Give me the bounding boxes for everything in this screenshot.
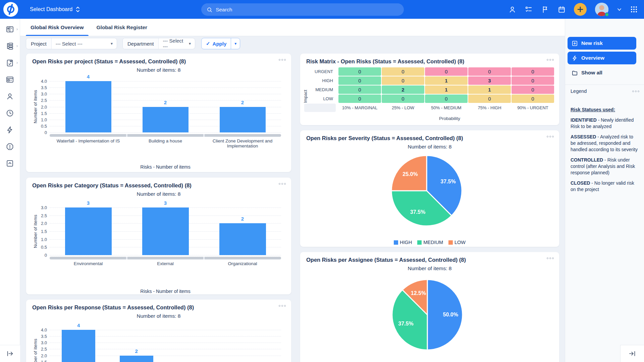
matrix-row-label: MEDIUM	[304, 85, 338, 94]
show-all-button[interactable]: Show all	[568, 66, 636, 79]
online-status-dot	[605, 12, 609, 17]
bar	[142, 207, 189, 255]
apply-options-button[interactable]: ▾	[231, 38, 240, 49]
new-risk-label: New risk	[581, 40, 603, 46]
legend-swatch	[448, 240, 453, 245]
collapse-right-sidebar-button[interactable]	[620, 345, 644, 362]
new-risk-button[interactable]: New risk	[568, 37, 636, 50]
sidebar-item-risks[interactable]	[0, 138, 20, 155]
matrix-row-label: URGENT	[304, 67, 338, 76]
matrix-cell: 0	[425, 67, 468, 76]
pie-chart: 50.0%37.5%12.5%	[389, 276, 466, 353]
arrow-right-icon	[6, 350, 14, 357]
tick-label: 2.0	[41, 105, 47, 110]
panel-menu-button[interactable]	[547, 136, 554, 137]
flag-icon[interactable]	[541, 5, 549, 13]
project-filter-select[interactable]: --- Select ---▾	[52, 41, 117, 47]
department-filter-select[interactable]: --- Select ---▾	[159, 38, 195, 49]
apps-grid-icon[interactable]	[630, 5, 638, 13]
user-icon[interactable]	[508, 5, 516, 13]
caret-down-icon[interactable]	[617, 5, 622, 13]
bar-value-label: 2	[164, 100, 167, 105]
category-labels: EnvironmentalExternalOrganizational	[50, 261, 281, 266]
clock-icon	[6, 109, 14, 117]
matrix-cell: 0	[512, 67, 554, 76]
tick-label: 2.5	[41, 213, 47, 218]
x-scrollbar[interactable]	[50, 257, 281, 259]
slice-label: 25.0%	[402, 171, 418, 177]
overview-label: Overview	[581, 55, 604, 61]
department-filter-label: Department	[123, 38, 159, 49]
plus-icon	[577, 6, 584, 13]
check-icon: ✓	[206, 41, 210, 47]
sidebar-item-time[interactable]	[0, 105, 20, 121]
overview-button[interactable]: Overview	[568, 52, 636, 64]
panel-menu-button[interactable]	[547, 59, 554, 61]
calendar-icon[interactable]	[557, 5, 566, 13]
tab-global-risk-overview[interactable]: Global Risk Overview	[26, 19, 89, 36]
panel-title: Open Risks per Category (Status = Assess…	[32, 182, 276, 189]
legend-item[interactable]: MEDIUM	[417, 240, 443, 245]
panel-menu-button[interactable]	[547, 257, 554, 259]
matrix-cell: 0	[338, 76, 381, 85]
sidebar-item-quick-actions[interactable]	[0, 121, 20, 138]
main-content: Global Risk Overview Global Risk Registe…	[20, 19, 565, 362]
tab-global-risk-register[interactable]: Global Risk Register	[92, 19, 152, 36]
sidebar-item-boards[interactable]	[0, 71, 20, 88]
panel-risk-matrix: Risk Matrix - Open Risks (Status = Asses…	[300, 53, 559, 125]
browser-icon	[6, 75, 14, 84]
slice-label: 37.5%	[410, 209, 425, 215]
tick-label: 4.0	[41, 79, 47, 84]
dashboard-selector[interactable]: Select Dashboard	[30, 0, 80, 19]
panel-menu-button[interactable]	[279, 59, 286, 61]
sidebar-item-projects[interactable]: ›	[0, 38, 20, 54]
bar	[219, 223, 266, 255]
global-search	[201, 3, 404, 16]
y-axis-ticks: 00.51.01.52.02.53.03.54.0	[36, 330, 47, 362]
panel-menu-button[interactable]	[279, 183, 286, 185]
legend-menu-button[interactable]	[632, 90, 639, 92]
sidebar-item-archive[interactable]	[0, 155, 20, 172]
app-logo[interactable]	[3, 2, 18, 17]
matrix-col-label: 90% - URGENT	[512, 104, 554, 112]
avatar[interactable]	[595, 3, 608, 16]
matrix-cell: 0	[382, 95, 424, 103]
lightning-icon	[572, 55, 578, 61]
status-entry: IDENTIFIED - Newly identified Risk to be…	[571, 117, 639, 130]
apply-button[interactable]: ✓Apply	[202, 38, 231, 49]
sort-chevrons-icon	[76, 6, 80, 12]
matrix-cell: 0	[382, 76, 424, 85]
y-axis-ticks: 00.51.01.52.02.53.0	[36, 207, 47, 255]
search-input[interactable]	[216, 7, 398, 13]
matrix-col-label: 10% - MARGINAL	[338, 104, 381, 112]
legend-item[interactable]: LOW	[448, 240, 466, 245]
checklist-icon[interactable]	[525, 5, 533, 13]
panel-title: Open Risks per Assignee (Status = Assess…	[306, 257, 544, 263]
tick-label: 1.5	[41, 111, 47, 116]
panel-menu-button[interactable]	[279, 305, 286, 307]
slice-label: 50.0%	[443, 312, 458, 318]
matrix-cell: 0	[338, 85, 381, 94]
y-axis-ticks: 00.51.01.52.02.53.03.54.0	[36, 81, 47, 132]
sidebar-item-tasks[interactable]: ›	[0, 54, 20, 71]
quick-add-button[interactable]	[574, 3, 587, 16]
right-sidebar: New risk Overview Show all Legend Risk S…	[565, 19, 644, 362]
user-icon	[6, 92, 14, 101]
matrix-cell: 1	[425, 85, 468, 94]
status-entry: ASSESSED - Analyzed risk to be adressed,…	[571, 134, 639, 153]
category-label: Environmental	[50, 261, 127, 266]
matrix-cell: 0	[425, 95, 468, 103]
sidebar-item-people[interactable]	[0, 88, 20, 105]
tick-label: 3.0	[41, 340, 47, 345]
panel-title: Open Risks per project (Status = Assesse…	[32, 58, 276, 65]
expand-left-sidebar-button[interactable]	[0, 345, 20, 362]
tick-label: 2.0	[41, 221, 47, 226]
panel-open-risks-per-project: Open Risks per project (Status = Assesse…	[26, 53, 291, 172]
clipboard-check-icon	[6, 59, 14, 67]
chevron-right-icon: ›	[16, 27, 18, 32]
x-scrollbar[interactable]	[50, 134, 281, 137]
panel-open-risks-per-category: Open Risks per Category (Status = Assess…	[26, 177, 291, 295]
sidebar-item-dashboards[interactable]: ›	[0, 21, 20, 38]
matrix-cell: 0	[338, 95, 381, 103]
legend-item[interactable]: HIGH	[394, 240, 412, 245]
